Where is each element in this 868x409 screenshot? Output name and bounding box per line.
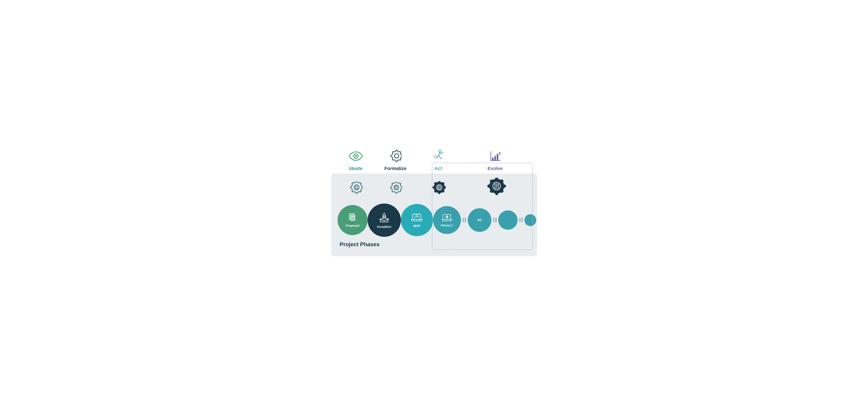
proposal-gear-slot [338, 181, 374, 195]
diagram-container: Ideate Formalize [331, 144, 537, 265]
chain-link-2: ⛓ [492, 217, 497, 223]
proposal-area: Proposal [338, 205, 368, 235]
svg-point-3 [439, 150, 441, 152]
act-gear [431, 181, 446, 196]
inception-label: Inception [377, 225, 392, 229]
svg-rect-35 [351, 215, 355, 221]
act-title: Act [435, 166, 442, 171]
project-phases-label: Project Phases [338, 241, 531, 248]
svg-point-2 [395, 154, 399, 158]
svg-rect-7 [494, 156, 496, 160]
r4-circle [498, 210, 518, 230]
formalize-gear-icon [389, 149, 402, 164]
proposal-gear [349, 181, 363, 195]
r3-circle: R3 [468, 208, 491, 232]
evolve-area: Release 2 ⛓ R3 ⛓ ⛓ [433, 206, 536, 234]
run-icon [432, 149, 445, 164]
svg-rect-42 [443, 214, 451, 220]
circles-row: Proposal [338, 204, 531, 237]
mvp-label: MVP [413, 224, 421, 228]
ideate-title: Ideate [349, 166, 363, 171]
release2-circle: Release 2 [433, 206, 461, 234]
r3-label: R3 [477, 218, 482, 222]
phase-formalize: Formalize [374, 149, 417, 171]
formalize-gear [389, 182, 402, 195]
phase-labels-row: Ideate Formalize [331, 149, 537, 171]
svg-point-39 [383, 215, 385, 217]
gear-row [338, 178, 531, 199]
grey-band: Proposal [331, 173, 537, 256]
evolve-gear [485, 178, 506, 199]
release2-label: Release 2 [441, 224, 453, 227]
formalize-gear-slot [374, 182, 417, 195]
svg-rect-6 [492, 157, 493, 160]
r5-circle [524, 214, 536, 226]
mvp-circle: MVP [401, 204, 433, 236]
formalize-title: Formalize [384, 166, 406, 171]
svg-point-1 [355, 155, 357, 157]
chain-link-3: ⛓ [518, 217, 524, 223]
svg-rect-8 [497, 154, 498, 160]
chain-link-1: ⛓ [462, 217, 467, 223]
chart-icon [489, 149, 502, 164]
release2-area: Release 2 [433, 206, 461, 234]
mvp-area: MVP [401, 204, 433, 236]
svg-rect-40 [413, 214, 421, 220]
act-gear-slot [417, 181, 460, 196]
inception-area: Inception [368, 204, 401, 237]
evolve-gear-slot [460, 178, 531, 199]
proposal-label: Proposal [345, 224, 359, 228]
proposal-circle: Proposal [338, 205, 368, 235]
inception-circle: Inception [368, 204, 401, 237]
phase-evolve: Evolve [460, 149, 531, 171]
eye-icon [348, 149, 363, 164]
phase-act: Act [417, 149, 460, 171]
evolve-title: Evolve [488, 166, 503, 171]
phase-ideate: Ideate [338, 149, 374, 171]
